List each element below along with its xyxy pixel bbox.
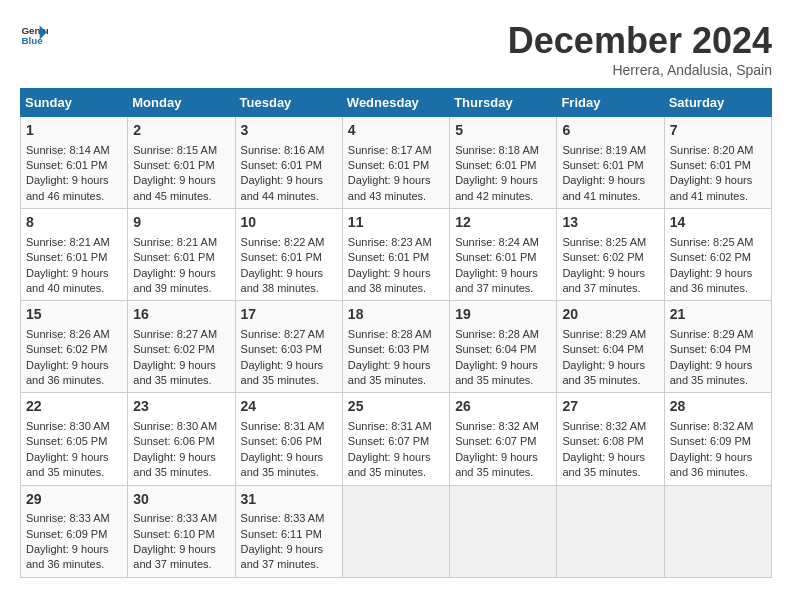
- sunrise-text: Sunrise: 8:14 AM: [26, 144, 110, 156]
- header-saturday: Saturday: [664, 89, 771, 117]
- sunset-text: Sunset: 6:02 PM: [562, 251, 643, 263]
- sunset-text: Sunset: 6:11 PM: [241, 528, 322, 540]
- sunrise-text: Sunrise: 8:15 AM: [133, 144, 217, 156]
- title-section: December 2024 Herrera, Andalusia, Spain: [508, 20, 772, 78]
- calendar-cell: [664, 485, 771, 577]
- daylight-text: Daylight: 9 hours and 36 minutes.: [670, 267, 753, 294]
- sunrise-text: Sunrise: 8:29 AM: [562, 328, 646, 340]
- calendar-cell: 25Sunrise: 8:31 AMSunset: 6:07 PMDayligh…: [342, 393, 449, 485]
- day-number: 9: [133, 213, 229, 233]
- day-number: 25: [348, 397, 444, 417]
- day-number: 28: [670, 397, 766, 417]
- day-number: 2: [133, 121, 229, 141]
- sunset-text: Sunset: 6:01 PM: [348, 251, 429, 263]
- sunrise-text: Sunrise: 8:27 AM: [241, 328, 325, 340]
- sunset-text: Sunset: 6:01 PM: [133, 159, 214, 171]
- calendar-cell: 22Sunrise: 8:30 AMSunset: 6:05 PMDayligh…: [21, 393, 128, 485]
- day-number: 11: [348, 213, 444, 233]
- sunset-text: Sunset: 6:01 PM: [26, 159, 107, 171]
- sunrise-text: Sunrise: 8:19 AM: [562, 144, 646, 156]
- sunset-text: Sunset: 6:06 PM: [241, 435, 322, 447]
- day-number: 3: [241, 121, 337, 141]
- day-number: 12: [455, 213, 551, 233]
- sunrise-text: Sunrise: 8:30 AM: [133, 420, 217, 432]
- daylight-text: Daylight: 9 hours and 41 minutes.: [562, 174, 645, 201]
- daylight-text: Daylight: 9 hours and 40 minutes.: [26, 267, 109, 294]
- header-friday: Friday: [557, 89, 664, 117]
- sunset-text: Sunset: 6:01 PM: [26, 251, 107, 263]
- sunrise-text: Sunrise: 8:32 AM: [562, 420, 646, 432]
- page-subtitle: Herrera, Andalusia, Spain: [508, 62, 772, 78]
- daylight-text: Daylight: 9 hours and 35 minutes.: [562, 451, 645, 478]
- sunrise-text: Sunrise: 8:18 AM: [455, 144, 539, 156]
- daylight-text: Daylight: 9 hours and 36 minutes.: [26, 543, 109, 570]
- day-number: 27: [562, 397, 658, 417]
- day-number: 19: [455, 305, 551, 325]
- daylight-text: Daylight: 9 hours and 38 minutes.: [241, 267, 324, 294]
- calendar-cell: 7Sunrise: 8:20 AMSunset: 6:01 PMDaylight…: [664, 117, 771, 209]
- calendar-week-row: 15Sunrise: 8:26 AMSunset: 6:02 PMDayligh…: [21, 301, 772, 393]
- page-title: December 2024: [508, 20, 772, 62]
- daylight-text: Daylight: 9 hours and 41 minutes.: [670, 174, 753, 201]
- calendar-cell: 9Sunrise: 8:21 AMSunset: 6:01 PMDaylight…: [128, 209, 235, 301]
- sunset-text: Sunset: 6:09 PM: [26, 528, 107, 540]
- day-number: 29: [26, 490, 122, 510]
- sunrise-text: Sunrise: 8:20 AM: [670, 144, 754, 156]
- calendar-cell: 6Sunrise: 8:19 AMSunset: 6:01 PMDaylight…: [557, 117, 664, 209]
- sunrise-text: Sunrise: 8:17 AM: [348, 144, 432, 156]
- daylight-text: Daylight: 9 hours and 35 minutes.: [455, 451, 538, 478]
- sunrise-text: Sunrise: 8:26 AM: [26, 328, 110, 340]
- calendar-cell: 30Sunrise: 8:33 AMSunset: 6:10 PMDayligh…: [128, 485, 235, 577]
- daylight-text: Daylight: 9 hours and 35 minutes.: [241, 359, 324, 386]
- header-wednesday: Wednesday: [342, 89, 449, 117]
- logo-icon: General Blue: [20, 20, 48, 48]
- sunrise-text: Sunrise: 8:28 AM: [455, 328, 539, 340]
- sunset-text: Sunset: 6:01 PM: [670, 159, 751, 171]
- daylight-text: Daylight: 9 hours and 35 minutes.: [133, 451, 216, 478]
- calendar-table: SundayMondayTuesdayWednesdayThursdayFrid…: [20, 88, 772, 578]
- daylight-text: Daylight: 9 hours and 36 minutes.: [670, 451, 753, 478]
- day-number: 20: [562, 305, 658, 325]
- calendar-cell: 18Sunrise: 8:28 AMSunset: 6:03 PMDayligh…: [342, 301, 449, 393]
- day-number: 8: [26, 213, 122, 233]
- header-tuesday: Tuesday: [235, 89, 342, 117]
- calendar-cell: 8Sunrise: 8:21 AMSunset: 6:01 PMDaylight…: [21, 209, 128, 301]
- calendar-cell: 27Sunrise: 8:32 AMSunset: 6:08 PMDayligh…: [557, 393, 664, 485]
- calendar-cell: 17Sunrise: 8:27 AMSunset: 6:03 PMDayligh…: [235, 301, 342, 393]
- calendar-cell: 12Sunrise: 8:24 AMSunset: 6:01 PMDayligh…: [450, 209, 557, 301]
- daylight-text: Daylight: 9 hours and 46 minutes.: [26, 174, 109, 201]
- sunset-text: Sunset: 6:10 PM: [133, 528, 214, 540]
- daylight-text: Daylight: 9 hours and 35 minutes.: [562, 359, 645, 386]
- sunrise-text: Sunrise: 8:25 AM: [670, 236, 754, 248]
- day-number: 7: [670, 121, 766, 141]
- sunset-text: Sunset: 6:01 PM: [455, 251, 536, 263]
- sunrise-text: Sunrise: 8:29 AM: [670, 328, 754, 340]
- day-number: 31: [241, 490, 337, 510]
- sunset-text: Sunset: 6:09 PM: [670, 435, 751, 447]
- calendar-cell: 15Sunrise: 8:26 AMSunset: 6:02 PMDayligh…: [21, 301, 128, 393]
- page-header: General Blue December 2024 Herrera, Anda…: [20, 20, 772, 78]
- daylight-text: Daylight: 9 hours and 37 minutes.: [241, 543, 324, 570]
- calendar-cell: 26Sunrise: 8:32 AMSunset: 6:07 PMDayligh…: [450, 393, 557, 485]
- calendar-week-row: 1Sunrise: 8:14 AMSunset: 6:01 PMDaylight…: [21, 117, 772, 209]
- day-number: 30: [133, 490, 229, 510]
- daylight-text: Daylight: 9 hours and 35 minutes.: [670, 359, 753, 386]
- calendar-week-row: 22Sunrise: 8:30 AMSunset: 6:05 PMDayligh…: [21, 393, 772, 485]
- calendar-cell: 5Sunrise: 8:18 AMSunset: 6:01 PMDaylight…: [450, 117, 557, 209]
- daylight-text: Daylight: 9 hours and 37 minutes.: [455, 267, 538, 294]
- sunrise-text: Sunrise: 8:27 AM: [133, 328, 217, 340]
- sunrise-text: Sunrise: 8:31 AM: [241, 420, 325, 432]
- calendar-cell: [450, 485, 557, 577]
- daylight-text: Daylight: 9 hours and 35 minutes.: [455, 359, 538, 386]
- sunset-text: Sunset: 6:01 PM: [455, 159, 536, 171]
- day-number: 6: [562, 121, 658, 141]
- sunset-text: Sunset: 6:03 PM: [241, 343, 322, 355]
- daylight-text: Daylight: 9 hours and 39 minutes.: [133, 267, 216, 294]
- daylight-text: Daylight: 9 hours and 35 minutes.: [348, 451, 431, 478]
- daylight-text: Daylight: 9 hours and 35 minutes.: [133, 359, 216, 386]
- sunset-text: Sunset: 6:08 PM: [562, 435, 643, 447]
- calendar-cell: [557, 485, 664, 577]
- sunset-text: Sunset: 6:02 PM: [26, 343, 107, 355]
- header-thursday: Thursday: [450, 89, 557, 117]
- header-monday: Monday: [128, 89, 235, 117]
